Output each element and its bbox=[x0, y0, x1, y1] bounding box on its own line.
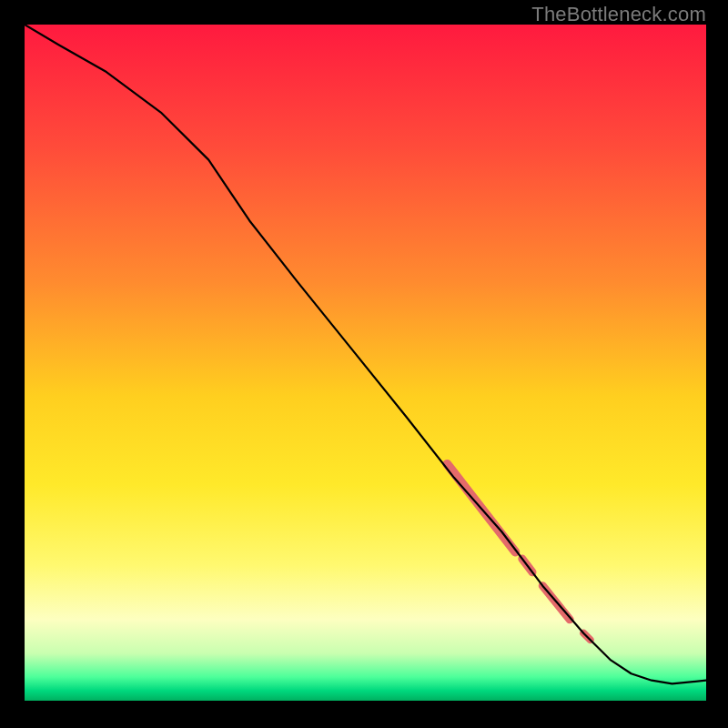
gradient-background bbox=[25, 25, 706, 701]
plot-area bbox=[25, 25, 706, 701]
watermark-text: TheBottleneck.com bbox=[531, 3, 706, 26]
plot-svg bbox=[25, 25, 706, 701]
chart-frame: TheBottleneck.com bbox=[0, 0, 728, 728]
